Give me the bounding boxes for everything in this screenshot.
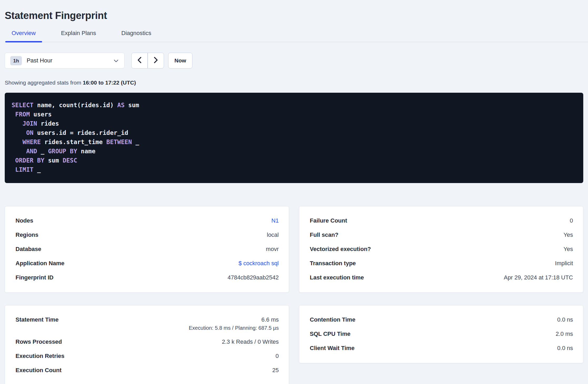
summary-cards: NodesN1RegionslocalDatabasemovrApplicati… xyxy=(5,206,583,384)
stat-label: Execution Retries xyxy=(16,352,64,360)
wait-timings-card: Contention Time0.0 nsSQL CPU Time2.0 msC… xyxy=(299,305,583,363)
stat-label: Database xyxy=(16,245,41,253)
stat-label: SQL CPU Time xyxy=(310,330,350,338)
time-controls: 1h Past Hour Now xyxy=(5,53,583,68)
stat-row: SQL CPU Time2.0 ms xyxy=(310,327,573,341)
stat-label: Transaction type xyxy=(310,259,356,267)
stat-row: Databasemovr xyxy=(16,242,279,256)
stat-label: Failure Count xyxy=(310,217,347,225)
stat-value: $ cockroach sql xyxy=(238,259,279,267)
now-button[interactable]: Now xyxy=(168,53,192,68)
statement-fingerprint-page: Statement Fingerprint Overview Explain P… xyxy=(0,0,588,384)
sql-keyword: AS xyxy=(117,102,125,109)
stat-row: Vectorized execution?Yes xyxy=(310,242,573,256)
stat-row: Statement Time6.6 msExecution: 5.8 ms / … xyxy=(16,313,279,335)
sql-keyword: JOIN xyxy=(23,120,37,127)
sql-keyword: GROUP BY xyxy=(48,148,77,155)
stat-row: Application Name$ cockroach sql xyxy=(16,256,279,270)
nodes-link[interactable]: N1 xyxy=(271,217,279,224)
sql-keyword: SELECT xyxy=(12,102,33,109)
sql-keyword: FROM xyxy=(15,111,30,118)
sql-text: rides.start_time xyxy=(41,139,106,145)
sql-text xyxy=(12,148,26,155)
stat-value: local xyxy=(267,231,279,239)
sql-code: SELECT name, count(rides.id) AS sum FROM… xyxy=(12,101,576,174)
sql-text xyxy=(12,166,15,173)
stat-row: NodesN1 xyxy=(16,214,279,228)
stat-label: Fingerprint ID xyxy=(16,274,53,282)
stat-value: Yes xyxy=(564,231,573,239)
sql-text: sum xyxy=(124,102,139,109)
sql-text xyxy=(12,129,26,136)
time-range-dropdown[interactable]: 1h Past Hour xyxy=(5,53,124,68)
stat-value: Yes xyxy=(564,245,573,253)
stat-value: 6.6 ms xyxy=(189,316,279,324)
stat-row: Full scan?Yes xyxy=(310,228,573,242)
sql-keyword: WHERE xyxy=(23,139,41,145)
stat-label: Statement Time xyxy=(16,316,58,324)
tab-diagnostics[interactable]: Diagnostics xyxy=(115,30,158,42)
stat-label: Nodes xyxy=(16,217,33,225)
stat-label: Client Wait Time xyxy=(310,344,355,352)
tab-bar: Overview Explain Plans Diagnostics xyxy=(5,30,588,42)
page-title: Statement Fingerprint xyxy=(5,0,583,21)
sql-keyword: ORDER BY xyxy=(15,157,44,164)
sql-keyword: AND xyxy=(26,148,37,155)
stat-label: Full scan? xyxy=(310,231,338,239)
stat-value: 4784cb829aab2542 xyxy=(227,274,279,282)
stat-row: Execution Retries0 xyxy=(16,349,279,363)
sql-text: rides xyxy=(37,120,59,127)
stat-row: Transaction typeImplicit xyxy=(310,256,573,270)
sql-text: name, count(rides.id) xyxy=(33,102,117,109)
stat-value: 2.3 k Reads / 0 Writes xyxy=(222,338,279,346)
stat-value: 25 xyxy=(272,366,279,374)
sql-keyword: BETWEEN xyxy=(106,139,132,145)
sql-text: _ xyxy=(33,166,41,173)
stat-row: Rows Processed2.3 k Reads / 0 Writes xyxy=(16,335,279,349)
chevron-left-icon xyxy=(137,57,142,65)
aggregated-stats-text: Showing aggregated stats from 16:00 to 1… xyxy=(5,80,583,86)
stat-value: 0 xyxy=(570,217,573,225)
sql-statement-box: SELECT name, count(rides.id) AS sum FROM… xyxy=(5,93,583,183)
stat-label: Execution Count xyxy=(16,366,62,374)
stat-label: Rows Processed xyxy=(16,338,62,346)
stat-label: Regions xyxy=(16,231,38,239)
sql-text xyxy=(12,157,15,164)
stat-value: 2.0 ms xyxy=(556,330,573,338)
stat-value: N1 xyxy=(271,217,279,225)
aggregated-stats-prefix: Showing aggregated stats from xyxy=(5,80,83,86)
stat-value: movr xyxy=(266,245,279,253)
stat-row: Regionslocal xyxy=(16,228,279,242)
tab-overview[interactable]: Overview xyxy=(5,30,42,42)
stat-label: Vectorized execution? xyxy=(310,245,371,253)
stat-value: 0.0 ns xyxy=(557,316,573,324)
stat-label: Application Name xyxy=(16,259,64,267)
sql-text xyxy=(12,139,23,145)
execution-attributes-card: Failure Count0Full scan?YesVectorized ex… xyxy=(299,206,583,293)
tab-explain-plans[interactable]: Explain Plans xyxy=(55,30,102,42)
sql-text xyxy=(12,120,23,127)
sql-text: sum xyxy=(44,157,63,164)
sql-keyword: ON xyxy=(26,129,33,136)
stat-row: Contention Time0.0 ns xyxy=(310,313,573,327)
statement-timings-card: Statement Time6.6 msExecution: 5.8 ms / … xyxy=(5,305,289,384)
application-name-link[interactable]: $ cockroach sql xyxy=(238,260,279,267)
sql-keyword: DESC xyxy=(63,157,77,164)
stat-value: Implicit xyxy=(555,259,573,267)
time-step-buttons xyxy=(131,53,164,68)
sql-text: users xyxy=(30,111,52,118)
stat-label: Contention Time xyxy=(310,316,355,324)
chevron-down-icon xyxy=(114,59,118,63)
time-range-badge: 1h xyxy=(10,56,22,65)
time-range-label: Past Hour xyxy=(27,57,52,64)
next-time-button[interactable] xyxy=(148,53,164,68)
aggregated-stats-range: 16:00 to 17:22 (UTC) xyxy=(83,80,136,86)
statement-details-card: NodesN1RegionslocalDatabasemovrApplicati… xyxy=(5,206,289,293)
stat-label: Last execution time xyxy=(310,274,364,282)
stat-row: Failure Count0 xyxy=(310,214,573,228)
previous-time-button[interactable] xyxy=(131,53,148,68)
sql-text: _ xyxy=(37,148,48,155)
sql-text: users.id = rides.rider_id xyxy=(33,129,128,136)
stat-subvalue: Execution: 5.8 ms / Planning: 687.5 µs xyxy=(189,324,279,332)
chevron-right-icon xyxy=(153,57,158,65)
